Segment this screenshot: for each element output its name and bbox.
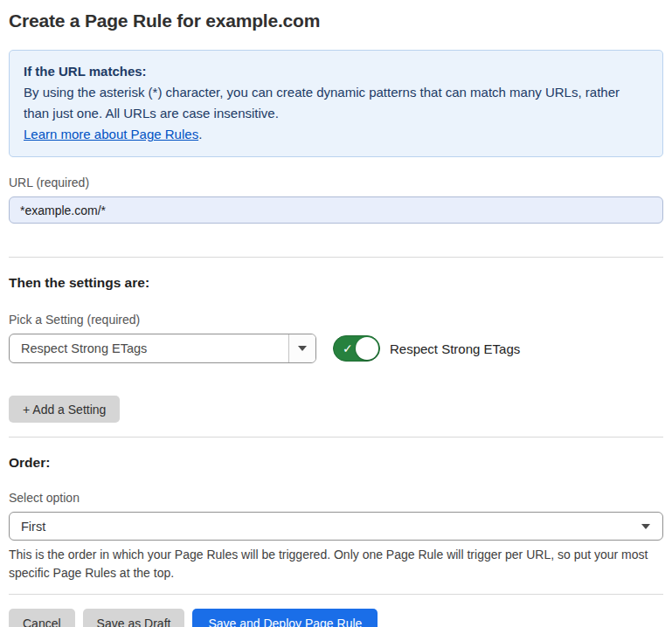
setting-select[interactable]: Respect Strong ETags	[9, 334, 316, 363]
cancel-button[interactable]: Cancel	[9, 609, 75, 627]
page-rule-form: Create a Page Rule for example.com If th…	[0, 10, 672, 627]
link-period: .	[198, 127, 202, 141]
divider	[9, 594, 663, 595]
chevron-down-icon	[641, 513, 662, 540]
order-select-label: Select option	[9, 491, 663, 506]
divider	[9, 257, 663, 258]
toggle-label: Respect Strong ETags	[390, 341, 520, 356]
order-heading: Order:	[9, 454, 663, 471]
setting-row: Respect Strong ETags ✓ Respect Strong ET…	[9, 334, 663, 363]
check-icon: ✓	[343, 342, 353, 355]
info-banner-heading: If the URL matches:	[24, 61, 648, 82]
footer-actions: Cancel Save as Draft Save and Deploy Pag…	[9, 609, 663, 627]
chevron-down-icon	[288, 334, 315, 362]
etags-toggle[interactable]: ✓	[333, 335, 380, 362]
url-input[interactable]	[9, 196, 663, 224]
setting-select-label: Pick a Setting (required)	[9, 313, 663, 327]
toggle-knob	[356, 337, 378, 360]
page-title: Create a Page Rule for example.com	[9, 10, 663, 31]
add-setting-button[interactable]: + Add a Setting	[9, 396, 120, 423]
info-banner-link-line: Learn more about Page Rules.	[24, 124, 648, 145]
settings-heading: Then the settings are:	[9, 274, 663, 291]
learn-more-link[interactable]: Learn more about Page Rules	[24, 127, 198, 141]
setting-select-value: Respect Strong ETags	[10, 334, 288, 362]
save-deploy-button[interactable]: Save and Deploy Page Rule	[192, 609, 378, 627]
save-draft-button[interactable]: Save as Draft	[83, 609, 185, 627]
info-banner: If the URL matches: By using the asteris…	[9, 50, 663, 157]
divider	[9, 437, 663, 438]
order-select[interactable]: First	[9, 512, 663, 541]
info-banner-body: By using the asterisk (*) character, you…	[24, 82, 648, 124]
order-select-value: First	[10, 513, 641, 540]
order-help-text: This is the order in which your Page Rul…	[9, 546, 660, 582]
url-label: URL (required)	[9, 176, 663, 190]
